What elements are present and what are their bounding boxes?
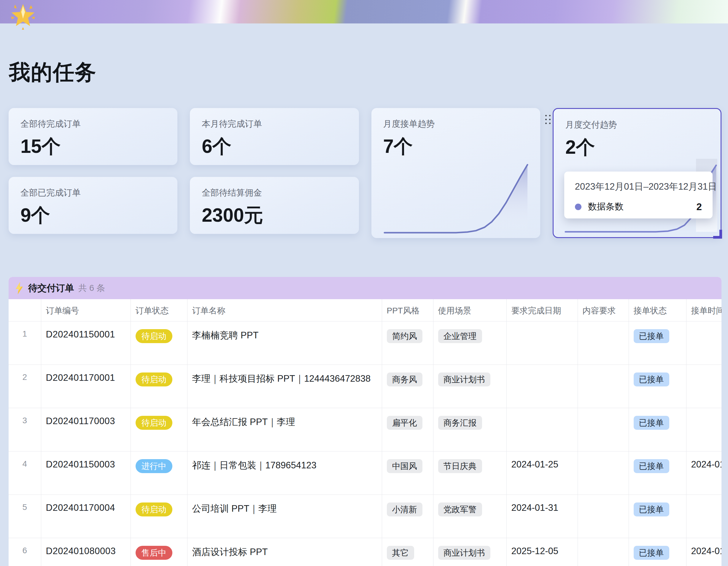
cell-order-name[interactable]: 公司培训 PPT｜李理 (187, 495, 382, 538)
status-pill: 售后中 (136, 546, 172, 560)
row-index[interactable]: 1 (9, 321, 41, 365)
cell-accept-status[interactable]: 已接单 (629, 408, 686, 451)
stat-label: 月度交付趋势 (565, 119, 709, 131)
stat-label: 本月待完成订单 (202, 118, 347, 130)
cell-order-status[interactable]: 待启动 (131, 495, 187, 538)
chart-tooltip: 2023年12月01日–2023年12月31日 数据条数 2 (564, 171, 713, 218)
cell-content-req[interactable] (578, 538, 629, 566)
cell-order-no[interactable]: D202401170001 (41, 365, 131, 408)
cell-accept-time[interactable] (686, 408, 721, 451)
column-header[interactable]: 订单状态 (131, 299, 187, 321)
cell-order-status[interactable]: 进行中 (131, 451, 187, 495)
table-row: 6 D202401080003 售后中 酒店设计投标 PPT 其它 商业计划书 … (9, 538, 721, 566)
table-head-row: 订单编号订单状态订单名称PPT风格使用场景要求完成日期内容要求接单状态接单时间 (9, 299, 721, 321)
cell-order-name[interactable]: 李理｜科技项目招标 PPT｜1244436472838 (187, 365, 382, 408)
cell-content-req[interactable] (578, 451, 629, 495)
accept-pill: 已接单 (634, 373, 669, 387)
column-header[interactable]: 订单编号 (41, 299, 131, 321)
cell-content-req[interactable] (578, 365, 629, 408)
cell-ppt-style[interactable]: 其它 (382, 538, 433, 566)
column-header[interactable]: 使用场景 (433, 299, 506, 321)
cell-accept-time[interactable]: 2024-01 (686, 451, 721, 495)
cell-order-status[interactable]: 待启动 (131, 365, 187, 408)
cell-due-date[interactable]: 2024-01-31 (506, 495, 578, 538)
cell-ppt-style[interactable]: 扁平化 (382, 408, 433, 451)
page-title: 我的任务 (9, 58, 97, 87)
cell-order-no[interactable]: D202401170003 (41, 408, 131, 451)
column-header[interactable]: PPT风格 (382, 299, 433, 321)
stat-value: 2个 (565, 134, 709, 160)
cell-order-no[interactable]: D202401080003 (41, 538, 131, 566)
cell-order-name[interactable]: 年会总结汇报 PPT｜李理 (187, 408, 382, 451)
cell-order-status[interactable]: 待启动 (131, 321, 187, 365)
cell-order-no[interactable]: D202401150003 (41, 451, 131, 495)
cell-due-date[interactable]: 2024-01-25 (506, 451, 578, 495)
cell-accept-time[interactable] (686, 495, 721, 538)
stat-card-completed-total[interactable]: 全部已完成订单 9个 (9, 177, 177, 234)
cell-content-req[interactable] (578, 495, 629, 538)
cell-accept-time[interactable] (686, 365, 721, 408)
cell-order-name[interactable]: 酒店设计投标 PPT (187, 538, 382, 566)
cell-content-req[interactable] (578, 321, 629, 365)
stat-card-pending-total[interactable]: 全部待完成订单 15个 (9, 108, 177, 165)
cell-ppt-style[interactable]: 中国风 (382, 451, 433, 495)
cell-accept-time[interactable] (686, 321, 721, 365)
resize-handle[interactable] (713, 230, 722, 238)
cell-usage-scene[interactable]: 商业计划书 (433, 365, 506, 408)
column-header[interactable]: 接单状态 (629, 299, 686, 321)
style-tag: 中国风 (387, 459, 422, 473)
cell-accept-status[interactable]: 已接单 (629, 538, 686, 566)
row-index[interactable]: 4 (9, 451, 41, 495)
cell-usage-scene[interactable]: 党政军警 (433, 495, 506, 538)
column-header[interactable]: 接单时间 (686, 299, 721, 321)
cell-order-status[interactable]: 待启动 (131, 408, 187, 451)
row-index[interactable]: 6 (9, 538, 41, 566)
stat-card-pending-month[interactable]: 本月待完成订单 6个 (190, 108, 359, 165)
cell-due-date[interactable]: 2025-12-05 (506, 538, 578, 566)
cell-order-name[interactable]: 李楠楠竞聘 PPT (187, 321, 382, 365)
trend-card-monthly-orders[interactable]: 月度接单趋势 7个 (371, 108, 540, 238)
drag-handle-icon[interactable] (545, 115, 551, 124)
column-header-index[interactable] (9, 299, 41, 321)
cell-accept-status[interactable]: 已接单 (629, 365, 686, 408)
cell-order-no[interactable]: D202401150001 (41, 321, 131, 365)
cell-usage-scene[interactable]: 节日庆典 (433, 451, 506, 495)
stat-card-commission[interactable]: 全部待结算佣金 2300元 (190, 177, 359, 234)
cell-accept-status[interactable]: 已接单 (629, 451, 686, 495)
row-index[interactable]: 3 (9, 408, 41, 451)
cell-order-no[interactable]: D202401170004 (41, 495, 131, 538)
status-pill: 进行中 (136, 459, 172, 473)
cell-usage-scene[interactable]: 商业计划书 (433, 538, 506, 566)
status-pill: 待启动 (136, 373, 172, 387)
cell-content-req[interactable] (578, 408, 629, 451)
cell-order-status[interactable]: 售后中 (131, 538, 187, 566)
accept-pill: 已接单 (634, 546, 669, 560)
column-header[interactable]: 内容要求 (578, 299, 629, 321)
tooltip-date-range: 2023年12月01日–2023年12月31日 (575, 180, 702, 193)
cell-due-date[interactable] (506, 365, 578, 408)
row-index[interactable]: 5 (9, 495, 41, 538)
cell-ppt-style[interactable]: 小清新 (382, 495, 433, 538)
row-index[interactable]: 2 (9, 365, 41, 408)
column-header[interactable]: 订单名称 (187, 299, 382, 321)
cell-ppt-style[interactable]: 简约风 (382, 321, 433, 365)
order-table-body: 1 D202401150001 待启动 李楠楠竞聘 PPT 简约风 企业管理 已… (9, 321, 721, 566)
column-header[interactable]: 要求完成日期 (506, 299, 578, 321)
cell-accept-status[interactable]: 已接单 (629, 495, 686, 538)
trend-card-monthly-delivery[interactable]: 月度交付趋势 2个 2023年12月01日–2023年12月31日 数据条数 2 (553, 108, 721, 238)
cell-due-date[interactable] (506, 321, 578, 365)
table-row: 2 D202401170001 待启动 李理｜科技项目招标 PPT｜124443… (9, 365, 721, 408)
cell-due-date[interactable] (506, 408, 578, 451)
table-header-bar[interactable]: 待交付订单 共 6 条 (9, 277, 721, 299)
scene-tag: 节日庆典 (438, 459, 482, 473)
stat-value: 9个 (20, 202, 166, 228)
stat-label: 全部待完成订单 (20, 118, 166, 130)
accept-pill: 已接单 (634, 503, 669, 517)
cell-usage-scene[interactable]: 商务汇报 (433, 408, 506, 451)
cell-ppt-style[interactable]: 商务风 (382, 365, 433, 408)
cell-usage-scene[interactable]: 企业管理 (433, 321, 506, 365)
stat-label: 全部待结算佣金 (202, 187, 347, 199)
cell-order-name[interactable]: 祁连｜日常包装｜1789654123 (187, 451, 382, 495)
cell-accept-time[interactable]: 2024-01 (686, 538, 721, 566)
cell-accept-status[interactable]: 已接单 (629, 321, 686, 365)
